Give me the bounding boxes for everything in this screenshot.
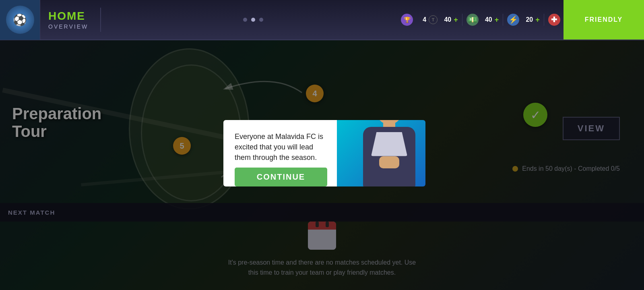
- modal-dialog: Everyone at Malavida FC is excited that …: [223, 120, 421, 186]
- stat-icon-2: 💵: [466, 14, 479, 26]
- dot-1[interactable]: [243, 18, 247, 22]
- stat-plus-1[interactable]: +: [454, 16, 458, 24]
- stat-icon-4: ✚: [548, 14, 560, 26]
- continue-button[interactable]: CONTINUE: [235, 168, 327, 186]
- club-logo: ⚽: [0, 0, 40, 40]
- sep-3: [544, 14, 544, 26]
- stat-plus-3[interactable]: +: [535, 16, 540, 24]
- sep-2: [503, 14, 503, 26]
- top-bar: ⚽ HOME OVERVIEW 🏆 4 T 40 + 💵 40 + ⚡ 20: [0, 0, 644, 40]
- manager-area: [337, 120, 425, 186]
- dot-2[interactable]: [251, 18, 255, 22]
- manager-figure: [353, 120, 425, 186]
- stat-value-1b: 40: [440, 16, 451, 23]
- sep-1: [462, 14, 462, 26]
- modal-text-area: Everyone at Malavida FC is excited that …: [223, 120, 337, 186]
- page-subtitle: OVERVIEW: [48, 23, 88, 30]
- stat-group-1: 🏆 4: [401, 14, 426, 26]
- modal-message: Everyone at Malavida FC is excited that …: [235, 131, 327, 163]
- stat-icon-1: 🏆: [401, 14, 413, 26]
- stat-group-3: ⚡: [507, 14, 519, 26]
- title-divider: [100, 8, 101, 32]
- page-title: HOME: [48, 10, 88, 23]
- stat-group-4: ✚: [548, 14, 560, 26]
- main-content: 4 5 ✓ Preparation Tour VIEW Ends in 50 d…: [0, 40, 644, 290]
- title-section: HOME OVERVIEW: [40, 10, 96, 30]
- stat-group-2: 💵: [466, 14, 479, 26]
- stat-t-icon: T: [429, 15, 438, 24]
- modal-overlay: Everyone at Malavida FC is excited that …: [0, 40, 644, 290]
- stat-value-3: 20: [522, 16, 533, 23]
- manager-shirt: [371, 132, 407, 156]
- stat-value-2: 40: [481, 16, 492, 23]
- club-logo-icon: ⚽: [6, 6, 34, 34]
- dot-3[interactable]: [259, 18, 263, 22]
- stat-plus-2[interactable]: +: [495, 16, 499, 24]
- dots-container: [105, 18, 401, 22]
- stat-value-1: 4: [415, 16, 426, 23]
- friendly-button[interactable]: FRIENDLY: [564, 0, 644, 39]
- stat-icon-3: ⚡: [507, 14, 519, 26]
- manager-hands: [379, 156, 399, 168]
